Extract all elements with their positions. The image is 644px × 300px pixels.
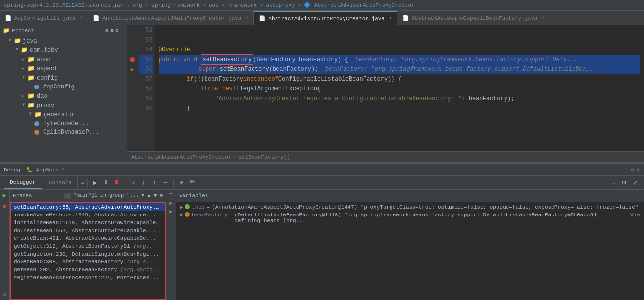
panel-divider: + ▶ ▶ (166, 190, 176, 300)
var-type-icon (185, 212, 190, 217)
folder-icon: 📁 (27, 92, 35, 100)
tab-debugger[interactable]: Debugger (4, 176, 42, 189)
watches-btn[interactable]: 👁 (187, 178, 197, 188)
sidebar-settings-icon[interactable]: ⚙ (105, 27, 109, 34)
tab-label: AbstractAutowireCapableBeanFactory.java (412, 15, 537, 21)
settings-icon[interactable]: ⚙ (631, 167, 634, 173)
frames-label: Frames (13, 193, 32, 199)
sidebar-close-icon[interactable]: — (120, 28, 124, 34)
settings-right-btn[interactable]: ≡ (609, 178, 619, 188)
resume-btn[interactable]: ▶ (91, 178, 100, 188)
arrow-icon: ▶ (14, 48, 20, 52)
thread-dropdown[interactable]: ▼ (141, 193, 144, 198)
variables-label: Variables (179, 193, 208, 199)
var-item-beanfactory[interactable]: ▶ beanFactory = (DefaultListableBeanFact… (176, 211, 644, 225)
dump-icon[interactable]: ↵ (81, 179, 84, 186)
tab-abstractautowire[interactable]: 📄 AbstractAutowireCapableBeanFactory.jav… (397, 11, 550, 25)
loop-icon[interactable]: ∞ (3, 291, 6, 298)
sidebar-item-bytecodege[interactable]: ByteCodeGe... (0, 119, 127, 128)
frame-item-8[interactable]: getBean:202, AbstractBeanFactory (org.sp… (11, 266, 165, 274)
frame-item-9[interactable]: registerBeanPostProcessors:225, PostProc… (11, 274, 165, 281)
sidebar-collapse-icon[interactable]: ≡ (110, 28, 114, 34)
frame-filter-btn[interactable]: ⊞ (160, 193, 163, 199)
code-line-59: "AdvisorAutoProxyCreator requires a Conf… (159, 94, 640, 104)
breadcrumb-org: org (133, 2, 142, 8)
tab-label: AnnotationAwareAspectJAutoProxyCreator.j… (102, 15, 241, 21)
tab-aopconfig[interactable]: 📄 AopConfigUtils.java × (0, 11, 88, 25)
pause-btn[interactable]: ⏸ (101, 178, 111, 188)
folder-icon: 📁 (27, 56, 35, 63)
frame-item-1[interactable]: invokeAwareMethods:1649, AbstractAutowir… (11, 211, 165, 219)
frame-item-2[interactable]: initializeBean:1618, AbstractAutowireCap… (11, 219, 165, 227)
sidebar-item-anno[interactable]: ▶ 📁 anno (0, 55, 127, 64)
code-line-54: @Override (159, 45, 640, 55)
tab-console[interactable]: Console (43, 176, 78, 189)
code-line-52 (159, 25, 640, 35)
folder-icon: 📁 (34, 111, 42, 118)
frame-item-4[interactable]: createBean:481, AbstractAutowireCapableB… (11, 235, 165, 242)
sidebar-item-cglib[interactable]: CglibDynamicP... (0, 128, 127, 137)
collapse-btn[interactable]: ▶ (169, 208, 173, 214)
close-session-icon[interactable]: × (62, 167, 65, 172)
evaluate-btn[interactable]: ⊞ (177, 178, 186, 188)
code-line-57: if (!(beanFactory instanceof Configurabl… (159, 74, 640, 84)
debug-panel: Debug: 🐛 AopMain × ⚙ ⊡ Debugger Console … (0, 162, 644, 300)
orange-dot-icon (34, 130, 39, 135)
code-line-55: public void setBeanFactory (BeanFactory … (159, 55, 640, 64)
sidebar-item-aopconfig[interactable]: AopConfig (0, 83, 127, 91)
expand-arrow-icon[interactable]: ▶ (180, 204, 183, 210)
frame-item-6[interactable]: getSingleton:230, DefaultSingletonBeanRe… (11, 250, 165, 258)
close-icon[interactable]: × (389, 16, 392, 21)
restore-btn[interactable]: ⤢ (630, 178, 640, 188)
frame-item-5[interactable]: getObject:312, AbstractBeanFactory$1 (or… (11, 242, 165, 250)
sidebar-item-config[interactable]: ▶ 📁 config (0, 73, 127, 83)
code-line-60: } (159, 104, 640, 113)
frame-item-3[interactable]: doCreateBean:553, AbstractAutowireCapabl… (11, 227, 165, 235)
tab-abstractadvisor[interactable]: 📄 AbstractAdvisorAutoProxyCreator.java × (254, 11, 397, 25)
var-item-this[interactable]: ▶ this = (AnnotationAwareAspectJAutoProx… (176, 203, 644, 211)
close-icon[interactable]: × (542, 15, 545, 21)
code-line-53 (159, 35, 640, 45)
frame-down-btn[interactable]: ▼ (154, 193, 157, 199)
step-out-btn[interactable]: ↑ (150, 178, 160, 188)
add-watch-btn[interactable]: + (169, 191, 173, 198)
sidebar-title: Project (12, 28, 34, 34)
step-over-btn[interactable]: ↷ (128, 178, 138, 188)
frame-up-btn[interactable]: ▲ (147, 193, 151, 199)
close-icon[interactable]: × (246, 15, 249, 21)
sidebar-header: 📁 Project ⚙ ≡ ⚙ — (0, 25, 127, 36)
frame-item-0[interactable]: setBeanFactory:55, AbstractAdvisorAutoPr… (11, 203, 165, 211)
tab-bar: 📄 AopConfigUtils.java × 📄 AnnotationAwar… (0, 11, 644, 25)
expand-btn[interactable]: ▶ (169, 200, 173, 206)
blue-dot-icon (34, 85, 39, 89)
panel-right-btn[interactable]: ⊡ (620, 178, 629, 188)
resume-strip-icon[interactable]: ▶ (3, 192, 7, 199)
sidebar-item-com-toby[interactable]: ▶ 📁 com.toby (0, 45, 127, 55)
stop-strip-icon[interactable]: ⏹ (2, 203, 7, 210)
current-line-indicator: ▶ (131, 64, 134, 74)
view-link[interactable]: Vie (630, 212, 640, 218)
breadcrumb-class: AbstractAdvisorAutoProxyCreator (131, 154, 231, 160)
breadcrumb-class: 🔷 AbstractAdvisorAutoProxyCreator (304, 2, 414, 8)
variables-panel: Variables ▶ this = (AnnotationAwareAspec… (176, 190, 644, 300)
close-icon[interactable]: × (80, 15, 83, 21)
sidebar-item-aspect[interactable]: ▶ 📁 aspect (0, 64, 127, 73)
folder-icon: 📁 (27, 74, 35, 82)
breadcrumb-framework: framework (228, 2, 256, 8)
sidebar-item-java[interactable]: ▶ 📁 java (0, 36, 127, 45)
code-area[interactable]: @Override public void setBeanFactory (Be… (155, 25, 644, 151)
stop-btn[interactable]: ⏹ (112, 178, 122, 188)
expand-arrow-icon[interactable]: ▶ (180, 212, 183, 218)
sidebar-gear-icon[interactable]: ⚙ (115, 27, 119, 34)
sidebar-item-proxy[interactable]: ▶ 📁 proxy (0, 101, 127, 110)
thread-select[interactable]: ✓ (64, 193, 71, 199)
sidebar-item-generator[interactable]: ▶ 📁 generator (0, 110, 127, 119)
panel-icon[interactable]: ⊡ (637, 167, 640, 173)
variables-header: Variables (176, 190, 644, 202)
step-into-btn[interactable]: ↓ (139, 178, 149, 188)
sidebar-item-dao[interactable]: ▶ 📁 dao (0, 91, 127, 101)
run-to-cursor-btn[interactable]: → (161, 178, 170, 188)
tab-icon: 📄 (5, 15, 12, 21)
tab-annotationaware[interactable]: 📄 AnnotationAwareAspectJAutoProxyCreator… (88, 11, 254, 25)
frame-item-7[interactable]: doGetBean:308, AbstractBeanFactory (org.… (11, 258, 165, 266)
